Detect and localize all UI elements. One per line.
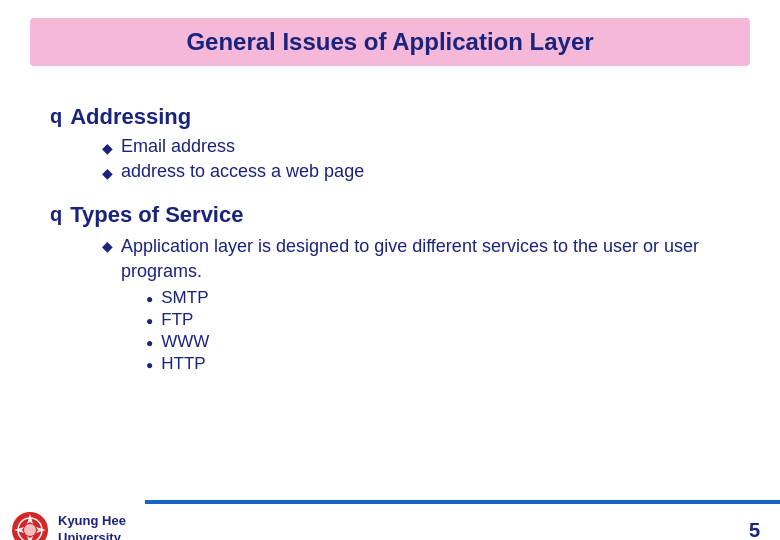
label-smtp: SMTP <box>161 288 208 308</box>
university-logo <box>10 510 50 540</box>
sub-sub-www: ● WWW <box>146 332 730 352</box>
sub-label-email: Email address <box>121 136 235 157</box>
addressing-sub-bullets: ◆ Email address ◆ address to access a we… <box>102 136 730 182</box>
sub-bullet-email: ◆ Email address <box>102 136 730 157</box>
round-bullet-http: ● <box>146 358 153 372</box>
types-sub-bullets: ◆ Application layer is designed to give … <box>102 234 730 374</box>
section-addressing: q Addressing <box>50 104 730 130</box>
sub-sub-http: ● HTTP <box>146 354 730 374</box>
sub-sub-bullets: ● SMTP ● FTP ● WWW ● HTTP <box>146 288 730 374</box>
section-types-label: Types of Service <box>70 202 243 228</box>
title-bar: General Issues of Application Layer <box>30 18 750 66</box>
section-types: q Types of Service <box>50 202 730 228</box>
diamond-icon-1: ◆ <box>102 140 113 156</box>
content-area: q Addressing ◆ Email address ◆ address t… <box>0 66 780 374</box>
label-www: WWW <box>161 332 209 352</box>
bottom-bar: Kyung Hee University 5 <box>0 504 780 540</box>
slide-container: General Issues of Application Layer q Ad… <box>0 18 780 540</box>
round-bullet-www: ● <box>146 336 153 350</box>
diamond-icon-3: ◆ <box>102 238 113 254</box>
slide-title: General Issues of Application Layer <box>186 28 593 55</box>
q-bullet-2: q <box>50 203 62 226</box>
q-bullet-1: q <box>50 105 62 128</box>
sub-sub-smtp: ● SMTP <box>146 288 730 308</box>
round-bullet-smtp: ● <box>146 292 153 306</box>
app-layer-desc: Application layer is designed to give di… <box>121 234 730 284</box>
university-name-line2: University <box>58 530 126 540</box>
logo-area: Kyung Hee University <box>10 510 126 540</box>
svg-point-2 <box>24 524 36 536</box>
label-ftp: FTP <box>161 310 193 330</box>
university-name: Kyung Hee University <box>58 513 126 540</box>
section-addressing-label: Addressing <box>70 104 191 130</box>
round-bullet-ftp: ● <box>146 314 153 328</box>
sub-label-address: address to access a web page <box>121 161 364 182</box>
sub-bullet-app-layer: ◆ Application layer is designed to give … <box>102 234 730 284</box>
sub-sub-ftp: ● FTP <box>146 310 730 330</box>
page-number: 5 <box>749 519 760 541</box>
label-http: HTTP <box>161 354 205 374</box>
bottom-section: Kyung Hee University 5 <box>0 500 780 540</box>
university-name-line1: Kyung Hee <box>58 513 126 530</box>
sub-bullet-address: ◆ address to access a web page <box>102 161 730 182</box>
diamond-icon-2: ◆ <box>102 165 113 181</box>
